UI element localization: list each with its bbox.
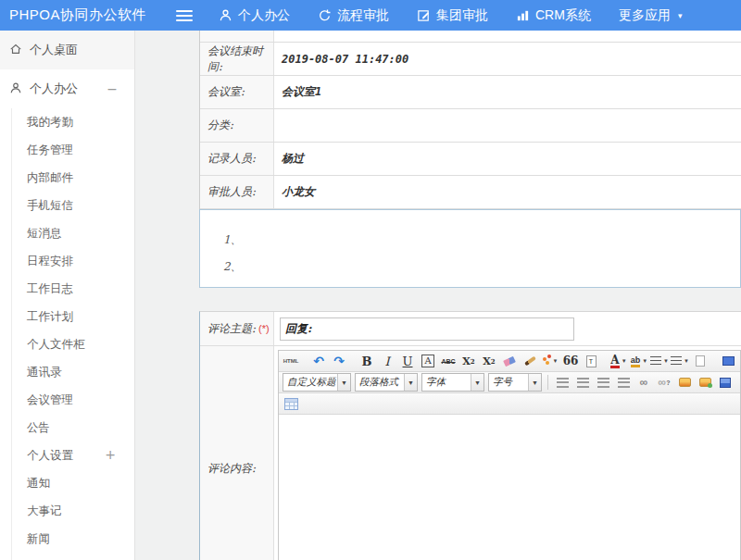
menu-toggle-icon[interactable] <box>176 10 193 21</box>
form-label-cell: 审批人员: <box>200 176 274 208</box>
bar-chart-icon <box>516 8 530 22</box>
form-value-cell: 杨过 <box>274 143 741 175</box>
sidebar-subitem[interactable]: 通知 <box>12 469 134 497</box>
highlight-color-button[interactable]: ab▼ <box>630 352 648 370</box>
font-size-select[interactable]: 字号▼ <box>488 373 542 392</box>
caret-down-icon: ▼ <box>404 374 417 391</box>
ordered-list-button[interactable]: ▼ <box>650 352 669 370</box>
paragraph-format-select[interactable]: 段落格式▼ <box>355 373 418 392</box>
caret-down-icon: ▼ <box>337 374 350 391</box>
sidebar-subitem[interactable]: 大事记 <box>12 497 134 525</box>
sidebar-subitem[interactable]: 新闻 <box>12 525 134 553</box>
format-brush-icon[interactable] <box>521 352 539 370</box>
align-center-icon[interactable] <box>573 373 592 392</box>
blockquote-button[interactable]: 66 <box>561 352 580 370</box>
sidebar-subitem[interactable]: 我的考勤 <box>12 108 134 136</box>
undo-icon[interactable]: ↶ <box>309 352 328 370</box>
sidebar-subitem[interactable]: 会议管理 <box>12 386 134 414</box>
form-row: 分类: <box>200 109 741 143</box>
font-family-select[interactable]: 字体▼ <box>421 373 484 392</box>
sidebar-submenu: 我的考勤 任务管理 内部邮件 手机短信 <box>11 108 134 560</box>
bold-button[interactable]: B <box>358 352 376 370</box>
main-nav: 个人办公 流程审批 集团审批 CRM系统 更多应用 ▾ <box>219 7 682 24</box>
superscript-button[interactable]: X2 <box>459 352 478 370</box>
align-left-icon[interactable] <box>553 373 571 392</box>
sidebar-subitem[interactable]: 个人设置 + <box>12 442 134 469</box>
subscript-button[interactable]: X2 <box>480 352 498 370</box>
form-row: 会议室: 会议室1 <box>200 76 741 109</box>
home-icon <box>9 43 22 58</box>
process-icon <box>318 8 332 22</box>
form-label-cell: 记录人员: <box>200 143 274 175</box>
paste-icon[interactable]: T <box>582 352 600 370</box>
person-icon <box>219 8 232 22</box>
nav-crm[interactable]: CRM系统 <box>516 7 591 24</box>
edit-icon <box>417 8 431 22</box>
redo-icon[interactable]: ↷ <box>330 352 348 370</box>
content-line: 2、 <box>223 254 740 280</box>
comment-subject-input[interactable] <box>280 317 574 341</box>
sidebar-subitem[interactable]: 日程安排 <box>12 247 134 275</box>
caret-down-icon: ▼ <box>642 358 647 364</box>
content-line: 1、 <box>223 227 740 254</box>
sidebar-subitem[interactable]: 工作日志 <box>12 275 134 303</box>
editor-content[interactable] <box>279 415 740 560</box>
sidebar-item-personal-office[interactable]: 个人办公 − <box>0 73 134 105</box>
fullscreen-icon[interactable] <box>719 352 737 370</box>
form-value-cell: 小龙女 <box>274 176 741 208</box>
nav-personal-office[interactable]: 个人办公 <box>219 7 290 24</box>
meeting-info-table: 会议结束时间: 2019-08-07 11:47:00 会议室: 会议室1 <box>199 31 741 209</box>
sidebar-subitem[interactable]: 电子期刊 <box>12 553 134 560</box>
form-row: 会议结束时间: 2019-08-07 11:47:00 <box>200 43 741 76</box>
italic-button[interactable]: I <box>378 352 396 370</box>
font-color-button[interactable]: A▼ <box>609 352 628 370</box>
rich-text-editor: HTML ↶ ↷ B I U A ABC X2 X2 ▼ <box>278 350 741 560</box>
insert-media-icon[interactable] <box>716 373 735 392</box>
new-page-icon[interactable] <box>691 352 710 370</box>
link-icon[interactable]: ∞ <box>634 373 653 392</box>
sidebar: 个人桌面 个人办公 − 我的考勤 任务管理 内部邮件 <box>0 31 135 560</box>
sidebar-subitem[interactable]: 工作计划 <box>12 303 134 330</box>
html-source-button[interactable]: HTML <box>282 352 300 370</box>
form-value-cell <box>274 109 741 142</box>
form-label-cell: 分类: <box>200 109 274 142</box>
sidebar-subitem[interactable]: 通讯录 <box>12 358 134 386</box>
sidebar-subitem[interactable]: 公告 <box>12 414 134 442</box>
comment-subject-value-cell <box>274 312 741 345</box>
caret-down-icon: ▼ <box>663 358 669 364</box>
caret-down-icon: ▼ <box>684 358 689 364</box>
upload-image-icon[interactable] <box>696 373 714 392</box>
app-logo: PHPOA协同办公软件 <box>0 6 176 24</box>
form-row: 记录人员: 杨过 <box>200 143 741 176</box>
heading-style-select[interactable]: 自定义标题▼ <box>283 373 351 392</box>
underline-button[interactable]: U <box>398 352 417 370</box>
collapse-icon[interactable]: − <box>107 81 118 96</box>
required-mark: (*) <box>258 323 270 334</box>
align-right-icon[interactable] <box>594 373 612 392</box>
strikethrough-button[interactable]: ABC <box>439 352 458 370</box>
caret-down-icon: ▼ <box>622 358 627 364</box>
editor-toolbar-row2: 自定义标题▼ 段落格式▼ 字体▼ 字号▼ ∞ ∞? <box>279 372 740 393</box>
sidebar-item-desktop[interactable]: 个人桌面 <box>0 31 134 69</box>
clipped-row <box>200 31 741 43</box>
nav-workflow-approval[interactable]: 流程审批 <box>318 7 389 24</box>
nav-group-approval[interactable]: 集团审批 <box>417 7 488 24</box>
sidebar-subitem[interactable]: 短消息 <box>12 219 134 247</box>
sidebar-subitem[interactable]: 手机短信 <box>12 192 134 219</box>
eraser-icon[interactable] <box>500 352 519 370</box>
auto-format-icon[interactable]: ▼ <box>541 352 559 370</box>
nav-more-apps[interactable]: 更多应用 ▾ <box>619 7 683 24</box>
sidebar-subitem[interactable]: 内部邮件 <box>12 164 134 192</box>
expand-icon[interactable]: + <box>105 447 116 462</box>
caret-down-icon: ▼ <box>471 374 484 391</box>
form-value-cell: 会议室1 <box>274 76 741 108</box>
justify-icon[interactable] <box>614 373 633 392</box>
unordered-list-button[interactable]: ▼ <box>671 352 689 370</box>
insert-image-icon[interactable] <box>675 373 694 392</box>
sidebar-subitem[interactable]: 任务管理 <box>12 136 134 164</box>
meeting-content-box: 1、 2、 <box>199 209 741 288</box>
boxed-text-button[interactable]: A <box>419 352 437 370</box>
unlink-icon[interactable]: ∞? <box>655 373 673 392</box>
insert-table-icon[interactable] <box>282 394 300 413</box>
sidebar-subitem[interactable]: 个人文件柜 <box>12 330 134 358</box>
